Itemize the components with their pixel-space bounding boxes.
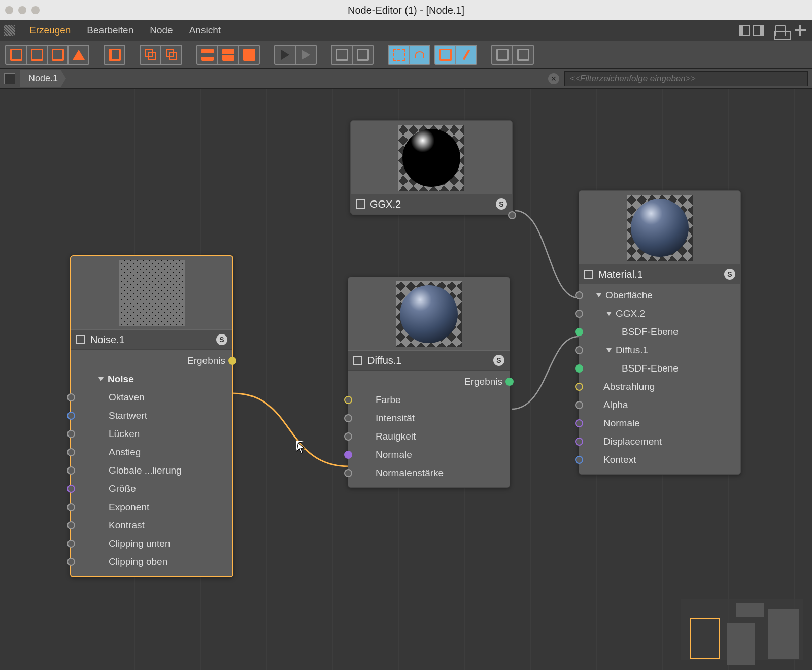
input-port[interactable] (575, 291, 583, 299)
group-row[interactable]: Diffus.1 (579, 341, 740, 359)
node-header[interactable]: Noise.1 S (71, 329, 232, 350)
lock-icon[interactable] (775, 25, 786, 36)
menu-erzeugen[interactable]: Erzeugen (22, 21, 78, 40)
solo-badge[interactable]: S (216, 334, 227, 345)
input-port[interactable] (67, 430, 75, 438)
tool-rows-2[interactable] (217, 45, 239, 65)
menu-bearbeiten[interactable]: Bearbeiten (80, 21, 141, 40)
input-row[interactable]: Kontrast (71, 516, 232, 534)
tool-triangle[interactable] (67, 45, 89, 65)
tool-arrange-a[interactable] (491, 45, 513, 65)
input-port-bsdf[interactable] (575, 364, 583, 373)
input-port-kontext[interactable] (575, 456, 583, 464)
tool-align-b[interactable] (352, 45, 374, 65)
input-row[interactable]: Oktaven (71, 388, 232, 407)
tool-align-a[interactable] (331, 45, 353, 65)
menu-node[interactable]: Node (143, 21, 180, 40)
input-port-farbe[interactable] (344, 396, 352, 404)
node-header[interactable]: GGX.2 S (351, 194, 512, 214)
tool-magnet[interactable] (409, 45, 430, 65)
tool-dual-a[interactable] (140, 45, 161, 65)
input-row[interactable]: Clipping oben (71, 553, 232, 571)
solo-badge[interactable]: S (493, 355, 504, 366)
tool-rows-3[interactable] (238, 45, 260, 65)
tool-arrange-b[interactable] (512, 45, 534, 65)
close-window-button[interactable] (5, 6, 13, 14)
input-row[interactable]: BSDF-Ebene (579, 359, 740, 378)
input-port[interactable] (67, 412, 75, 420)
input-port[interactable] (67, 485, 75, 493)
solo-badge[interactable]: S (724, 269, 735, 280)
node-canvas[interactable]: GGX.2 S Noise.1 S Ergebnis Noise Oktaven… (0, 89, 812, 670)
node-header[interactable]: Diffus.1 S (348, 350, 510, 371)
node-ggx2[interactable]: GGX.2 S (350, 120, 513, 215)
filter-input[interactable] (564, 71, 808, 86)
tool-frame[interactable] (388, 45, 410, 65)
tool-dual-b[interactable] (160, 45, 182, 65)
tool-preview-a[interactable] (434, 45, 456, 65)
input-port-ggx[interactable] (575, 310, 583, 318)
input-row[interactable]: Clipping unten (71, 534, 232, 553)
input-row[interactable]: Kontext (579, 451, 740, 469)
tool-back[interactable] (104, 45, 125, 65)
output-port[interactable] (508, 211, 516, 219)
input-row[interactable]: BSDF-Ebene (579, 323, 740, 341)
input-port[interactable] (67, 393, 75, 401)
input-row[interactable]: Farbe (348, 391, 510, 409)
input-port[interactable] (67, 540, 75, 548)
input-row[interactable]: Startwert (71, 407, 232, 425)
input-port-normale[interactable] (344, 451, 352, 459)
input-row[interactable]: Globale ...lierung (71, 461, 232, 480)
tool-play[interactable] (274, 45, 296, 65)
input-port[interactable] (67, 448, 75, 456)
input-port[interactable] (67, 503, 75, 511)
input-port-abstrahlung[interactable] (575, 383, 583, 391)
node-diffus1[interactable]: Diffus.1 S Ergebnis Farbe Intensität Rau… (348, 277, 510, 488)
input-row[interactable]: Rauigkeit (348, 427, 510, 446)
group-row[interactable]: Oberfläche (579, 286, 740, 305)
input-row[interactable]: Anstieg (71, 443, 232, 461)
path-root-icon[interactable] (4, 73, 15, 84)
zoom-window-button[interactable] (31, 6, 40, 14)
node-header[interactable]: Material.1 S (579, 264, 740, 284)
input-port-displacement[interactable] (575, 438, 583, 446)
tool-preview-b[interactable] (455, 45, 477, 65)
node-material1[interactable]: Material.1 S Oberfläche GGX.2 BSDF-Ebene… (579, 190, 741, 475)
input-row[interactable]: Exponent (71, 498, 232, 516)
input-port-bsdf[interactable] (575, 328, 583, 336)
input-row[interactable]: Größe (71, 480, 232, 498)
input-row[interactable]: Normale (579, 414, 740, 432)
minimize-window-button[interactable] (18, 6, 26, 14)
layout-left-icon[interactable] (739, 25, 750, 36)
tool-new-node[interactable] (5, 45, 27, 65)
input-port-alpha[interactable] (575, 401, 583, 409)
layout-right-icon[interactable] (753, 25, 764, 36)
tool-node-out[interactable] (47, 45, 69, 65)
input-row[interactable]: Abstrahlung (579, 378, 740, 396)
group-row[interactable]: Noise (71, 370, 232, 388)
breadcrumb-current[interactable]: Node.1 (20, 70, 66, 87)
input-row[interactable]: Intensität (348, 409, 510, 427)
menu-ansicht[interactable]: Ansicht (182, 21, 228, 40)
output-port-ergebnis[interactable] (228, 357, 236, 365)
group-row[interactable]: GGX.2 (579, 305, 740, 323)
output-row[interactable]: Ergebnis (348, 373, 510, 391)
output-port-ergebnis[interactable] (505, 378, 514, 386)
input-row[interactable]: Normalenstärke (348, 464, 510, 482)
input-port-diffus[interactable] (575, 346, 583, 354)
input-row[interactable]: Normale (348, 446, 510, 464)
clear-filter-button[interactable]: ✕ (548, 73, 559, 84)
input-port-normalenstaerke[interactable] (344, 469, 352, 477)
solo-badge[interactable]: S (496, 198, 507, 210)
app-menu-icon[interactable] (4, 25, 15, 36)
input-port[interactable] (67, 466, 75, 475)
input-port[interactable] (67, 558, 75, 566)
tool-rows-1[interactable] (196, 45, 218, 65)
add-icon[interactable] (795, 25, 806, 36)
input-row[interactable]: Alpha (579, 396, 740, 414)
node-noise1[interactable]: Noise.1 S Ergebnis Noise Oktaven Startwe… (70, 255, 233, 577)
input-row[interactable]: Displacement (579, 432, 740, 451)
input-port-intensitaet[interactable] (344, 414, 352, 422)
minimap[interactable] (681, 599, 803, 660)
output-row[interactable]: Ergebnis (71, 352, 232, 370)
